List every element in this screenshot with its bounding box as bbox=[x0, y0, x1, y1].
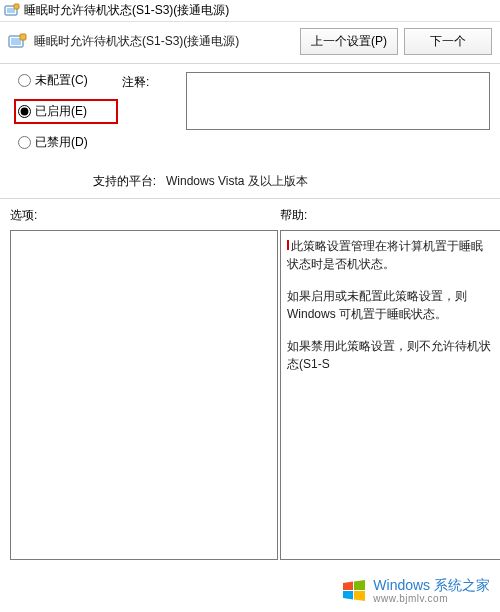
radio-disabled-label[interactable]: 已禁用(D) bbox=[35, 134, 88, 151]
radio-not-configured-label[interactable]: 未配置(C) bbox=[35, 72, 88, 89]
comment-label: 注释: bbox=[122, 72, 182, 91]
platform-label: 支持的平台: bbox=[18, 173, 162, 190]
help-text-2b: 机置于睡眠状态。 bbox=[351, 307, 447, 321]
lower-panels: 选项: 帮助: 此策略设置管理在将计算机置于睡眠状态时是否机状态。 如果启用或未… bbox=[0, 201, 500, 560]
title-bar-text: 睡眠时允许待机状态(S1-S3)(接通电源) bbox=[24, 2, 229, 19]
help-label: 帮助: bbox=[280, 207, 500, 230]
help-box[interactable]: 此策略设置管理在将计算机置于睡眠状态时是否机状态。 如果启用或未配置此策略设置，… bbox=[280, 230, 500, 560]
radio-not-configured[interactable]: 未配置(C) bbox=[18, 72, 118, 89]
svg-rect-2 bbox=[14, 4, 19, 9]
divider-2 bbox=[0, 198, 500, 199]
header-row: 睡眠时允许待机状态(S1-S3)(接通电源) 上一个设置(P) 下一个 bbox=[0, 22, 500, 59]
watermark-secondary: www.bjmlv.com bbox=[373, 593, 490, 604]
svg-rect-4 bbox=[11, 38, 21, 45]
platform-value: Windows Vista 及以上版本 bbox=[166, 173, 490, 190]
options-box[interactable] bbox=[10, 230, 278, 560]
comment-textarea[interactable] bbox=[186, 72, 490, 130]
radio-group: 未配置(C) 已启用(E) 已禁用(D) bbox=[18, 72, 118, 151]
help-text-3: 如果禁用此策略设置，则不允许待机状态(S1-S bbox=[287, 337, 494, 373]
svg-rect-5 bbox=[20, 34, 26, 40]
radio-enabled-label[interactable]: 已启用(E) bbox=[35, 103, 87, 120]
windows-logo-icon bbox=[341, 578, 367, 604]
watermark-text: Windows 系统之家 www.bjmlv.com bbox=[373, 578, 490, 604]
radio-not-configured-input[interactable] bbox=[18, 74, 31, 87]
watermark: Windows 系统之家 www.bjmlv.com bbox=[337, 576, 494, 606]
nav-buttons: 上一个设置(P) 下一个 bbox=[300, 28, 492, 55]
radio-disabled-input[interactable] bbox=[18, 136, 31, 149]
prev-setting-button[interactable]: 上一个设置(P) bbox=[300, 28, 398, 55]
header-title: 睡眠时允许待机状态(S1-S3)(接通电源) bbox=[34, 33, 294, 50]
radio-enabled[interactable]: 已启用(E) bbox=[14, 99, 118, 124]
next-setting-button[interactable]: 下一个 bbox=[404, 28, 492, 55]
watermark-primary: Windows 系统之家 bbox=[373, 578, 490, 593]
config-area: 未配置(C) 已启用(E) 已禁用(D) 注释: bbox=[0, 66, 500, 165]
platform-row: 支持的平台: Windows Vista 及以上版本 bbox=[0, 165, 500, 194]
options-label: 选项: bbox=[10, 207, 280, 230]
title-bar: 睡眠时允许待机状态(S1-S3)(接通电源) bbox=[0, 0, 500, 22]
radio-disabled[interactable]: 已禁用(D) bbox=[18, 134, 118, 151]
radio-enabled-input[interactable] bbox=[18, 105, 31, 118]
help-text-1b: 机状态。 bbox=[347, 257, 395, 271]
divider bbox=[0, 63, 500, 64]
app-icon bbox=[4, 3, 20, 19]
setting-icon bbox=[8, 32, 28, 52]
